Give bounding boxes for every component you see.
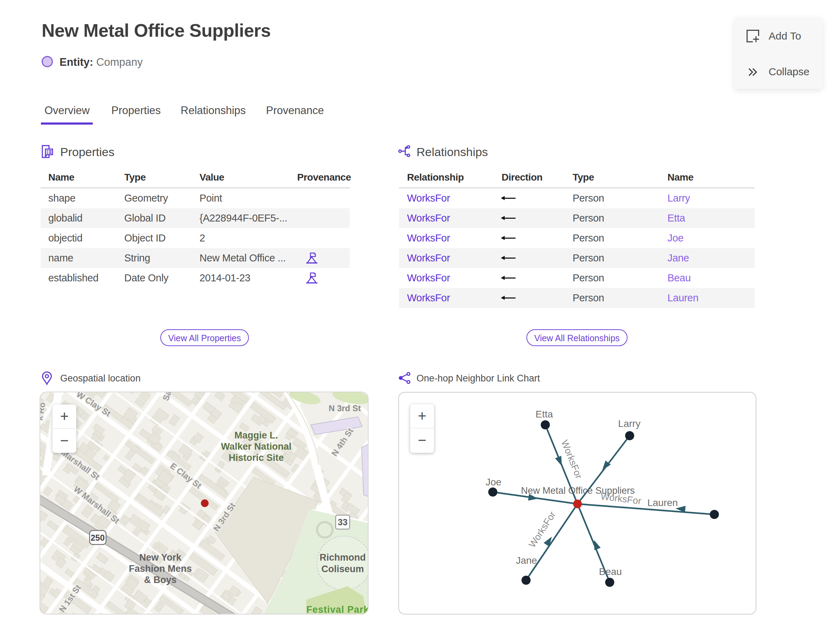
- svg-text:Joe: Joe: [485, 477, 501, 488]
- svg-text:WorksFor: WorksFor: [559, 439, 584, 480]
- svg-text:Coliseum: Coliseum: [321, 564, 364, 574]
- svg-text:Fashion Mens: Fashion Mens: [129, 563, 192, 574]
- svg-text:& Boys: & Boys: [144, 575, 177, 585]
- svg-text:Festival Park: Festival Park: [306, 604, 369, 615]
- svg-text:WorksFor: WorksFor: [527, 510, 558, 549]
- svg-text:New York: New York: [139, 552, 182, 563]
- svg-text:Etta: Etta: [536, 409, 553, 420]
- svg-text:New Metal Office Suppliers: New Metal Office Suppliers: [521, 485, 635, 496]
- svg-text:250: 250: [91, 533, 105, 542]
- svg-text:Beau: Beau: [599, 566, 622, 577]
- svg-text:Richmond: Richmond: [320, 552, 366, 563]
- svg-text:Jane: Jane: [516, 555, 537, 566]
- svg-text:Historic Site: Historic Site: [229, 453, 284, 463]
- svg-text:N 3rd St: N 3rd St: [329, 404, 361, 413]
- svg-text:Walker National: Walker National: [221, 441, 291, 452]
- svg-text:33: 33: [338, 517, 348, 527]
- svg-text:Larry: Larry: [618, 418, 641, 429]
- svg-text:Lauren: Lauren: [647, 497, 678, 508]
- svg-text:Maggie L.: Maggie L.: [234, 430, 278, 440]
